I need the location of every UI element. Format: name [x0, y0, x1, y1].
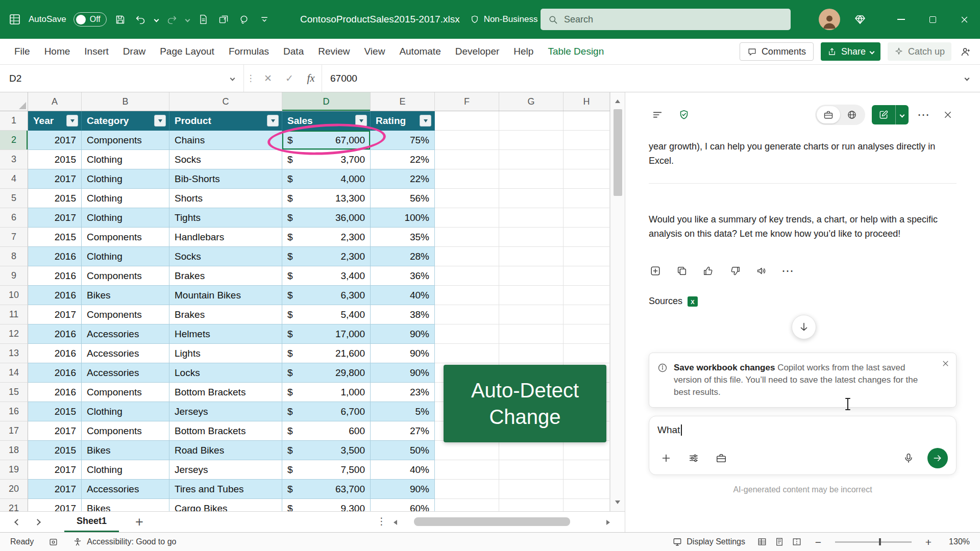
- cell-B16[interactable]: Clothing: [82, 402, 169, 421]
- cell-A9[interactable]: 2016: [28, 266, 82, 286]
- cell-B6[interactable]: Clothing: [82, 208, 169, 228]
- cell-B14[interactable]: Accessories: [82, 363, 169, 383]
- cell-A21[interactable]: 2017: [28, 499, 82, 511]
- row-header-4[interactable]: 4: [0, 169, 28, 189]
- row-header-3[interactable]: 3: [0, 150, 28, 169]
- cell-G2[interactable]: [499, 131, 564, 150]
- cell-F21[interactable]: [435, 499, 499, 511]
- tab-insert[interactable]: Insert: [77, 39, 116, 65]
- scroll-left-icon[interactable]: [394, 520, 397, 525]
- diamond-icon[interactable]: [853, 13, 867, 26]
- cell-A4[interactable]: 2017: [28, 169, 82, 189]
- cell-C6[interactable]: Tights: [169, 208, 282, 228]
- share-button[interactable]: Share: [821, 42, 880, 61]
- cell-A10[interactable]: 2016: [28, 286, 82, 305]
- cell-A13[interactable]: 2016: [28, 344, 82, 363]
- cell-C19[interactable]: Jerseys: [169, 460, 282, 480]
- cell-B11[interactable]: Components: [82, 305, 169, 324]
- cell-F20[interactable]: [435, 480, 499, 499]
- cell-D6[interactable]: $36,000: [282, 208, 371, 228]
- cell-F3[interactable]: [435, 150, 499, 169]
- cell-B2[interactable]: Components: [82, 131, 169, 150]
- cell-F1[interactable]: [435, 111, 499, 131]
- thumbs-down-icon[interactable]: [728, 264, 742, 278]
- search-box[interactable]: Search: [541, 9, 791, 30]
- avatar[interactable]: [819, 9, 840, 30]
- header-cell-year[interactable]: Year: [28, 111, 82, 131]
- cell-A11[interactable]: 2017: [28, 305, 82, 324]
- header-cell-product[interactable]: Product: [169, 111, 282, 131]
- cell-D4[interactable]: $4,000: [282, 169, 371, 189]
- save-icon[interactable]: [114, 13, 127, 26]
- header-cell-rating[interactable]: Rating: [371, 111, 435, 131]
- cell-A19[interactable]: 2017: [28, 460, 82, 480]
- cell-B10[interactable]: Bikes: [82, 286, 169, 305]
- column-header-G[interactable]: G: [499, 92, 564, 111]
- cell-H18[interactable]: [564, 441, 610, 460]
- filter-button-year[interactable]: [66, 115, 78, 127]
- cell-D17[interactable]: $600: [282, 421, 371, 441]
- name-box-resize-handle[interactable]: ⋮: [244, 73, 257, 84]
- cell-D8[interactable]: $2,300: [282, 247, 371, 266]
- redo-icon[interactable]: [165, 13, 179, 26]
- cancel-icon[interactable]: ✕: [257, 65, 279, 92]
- cell-B4[interactable]: Clothing: [82, 169, 169, 189]
- cell-D9[interactable]: $3,400: [282, 266, 371, 286]
- cell-E15[interactable]: 23%: [371, 383, 435, 402]
- cell-E12[interactable]: 90%: [371, 324, 435, 344]
- name-box[interactable]: D2: [0, 65, 244, 92]
- column-header-H[interactable]: H: [564, 92, 610, 111]
- customize-quick-access-icon[interactable]: [258, 13, 271, 26]
- sheet-nav-left-icon[interactable]: [15, 520, 20, 524]
- web-mode-button[interactable]: [840, 106, 864, 123]
- cell-G4[interactable]: [499, 169, 564, 189]
- document-icon[interactable]: [197, 13, 210, 26]
- cell-G21[interactable]: [499, 499, 564, 511]
- zoom-in-button[interactable]: +: [924, 537, 933, 547]
- cell-F6[interactable]: [435, 208, 499, 228]
- cell-C20[interactable]: Tires and Tubes: [169, 480, 282, 499]
- cell-B9[interactable]: Components: [82, 266, 169, 286]
- cell-D15[interactable]: $1,000: [282, 383, 371, 402]
- cell-H4[interactable]: [564, 169, 610, 189]
- cell-F19[interactable]: [435, 460, 499, 480]
- insert-function-icon[interactable]: fx: [300, 65, 322, 92]
- tab-table-design[interactable]: Table Design: [541, 39, 611, 65]
- cell-H2[interactable]: [564, 131, 610, 150]
- display-settings-button[interactable]: Display Settings: [673, 537, 745, 546]
- formula-input[interactable]: 67000: [322, 65, 965, 92]
- cell-H6[interactable]: [564, 208, 610, 228]
- row-header-2[interactable]: 2: [0, 131, 28, 150]
- cell-F5[interactable]: [435, 189, 499, 208]
- cell-H12[interactable]: [564, 324, 610, 344]
- cell-G10[interactable]: [499, 286, 564, 305]
- new-chat-button[interactable]: [872, 105, 895, 124]
- filter-button-category[interactable]: [154, 115, 166, 127]
- zoom-slider[interactable]: [835, 538, 912, 546]
- tune-icon[interactable]: [685, 449, 702, 467]
- cell-E8[interactable]: 28%: [371, 247, 435, 266]
- add-to-chat-icon[interactable]: [649, 264, 662, 278]
- column-header-C[interactable]: C: [169, 92, 282, 111]
- cell-D11[interactable]: $5,400: [282, 305, 371, 324]
- cell-D19[interactable]: $7,500: [282, 460, 371, 480]
- cell-E6[interactable]: 100%: [371, 208, 435, 228]
- name-box-dropdown-icon[interactable]: [230, 76, 235, 81]
- cell-D21[interactable]: $9,300: [282, 499, 371, 511]
- cell-C2[interactable]: Chains: [169, 131, 282, 150]
- cell-E14[interactable]: 90%: [371, 363, 435, 383]
- row-header-17[interactable]: 17: [0, 421, 28, 441]
- cell-E13[interactable]: 90%: [371, 344, 435, 363]
- cell-B7[interactable]: Components: [82, 228, 169, 247]
- cell-E20[interactable]: 90%: [371, 480, 435, 499]
- cell-H21[interactable]: [564, 499, 610, 511]
- close-button[interactable]: [948, 0, 980, 39]
- zoom-slider-thumb[interactable]: [879, 538, 881, 545]
- chat-history-icon[interactable]: [649, 106, 666, 123]
- tab-data[interactable]: Data: [276, 39, 311, 65]
- normal-view-icon[interactable]: [757, 537, 767, 546]
- row-header-20[interactable]: 20: [0, 480, 28, 499]
- minimize-button[interactable]: [885, 0, 917, 39]
- cell-G12[interactable]: [499, 324, 564, 344]
- scroll-to-bottom-button[interactable]: [792, 315, 816, 339]
